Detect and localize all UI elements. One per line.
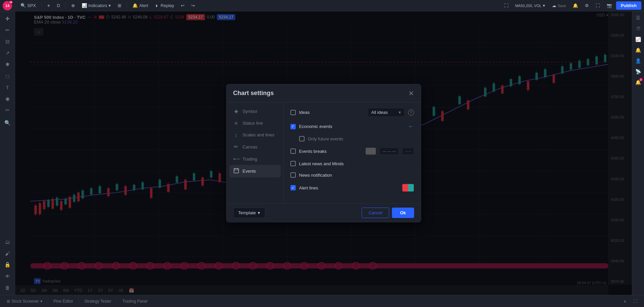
clock-icon[interactable]: ⏱ [633,24,643,34]
top-toolbar: 14 14 🔍 SPX + D ⊕ 📊 Indicators ▾ ⊞ 🔔 Ale… [0,0,644,11]
brush-tool[interactable]: ✂ [1,105,13,116]
chart-icon[interactable]: 📈 [633,34,643,44]
strategy-tester-button[interactable]: Strategy Tester [82,298,114,305]
indicators-button[interactable]: 📊 Indicators ▾ [79,2,114,9]
layout-toggle-button[interactable]: ⛶ [593,2,603,9]
nav-status-line[interactable]: ≡ Status line [229,117,281,129]
publish-button[interactable]: Publish [616,1,641,10]
only-future-label: Only future events [308,136,414,141]
pine-editor-button[interactable]: Pine Editor [51,298,76,305]
template-button[interactable]: Template ▾ [233,208,266,218]
economic-events-checkbox[interactable] [290,124,296,129]
lock-icon[interactable]: 🔒 [1,259,13,270]
nav-scales-lines[interactable]: ↕ Scales and lines [229,129,281,141]
chart-area[interactable]: S&P 500 Index · 1D · TVC — ≡ O 5242.48 H… [15,11,632,295]
only-future-checkbox[interactable] [299,136,305,141]
undo-icon: ↩ [181,3,185,8]
layouts-button[interactable]: ⊞ [115,2,124,9]
pencil-tool[interactable]: ✏ [1,25,13,36]
news-notification-row: News notification [290,172,414,178]
chevron-down-icon: ▾ [109,3,111,8]
eye-icon[interactable]: 👁 [1,271,13,281]
redo-icon: ↪ [191,3,195,8]
plus-icon: + [47,3,50,9]
alert-button[interactable]: 🔔 Alert [130,2,151,9]
replay-button[interactable]: ⏵ Replay [152,2,177,9]
trendline-tool[interactable]: ↗ [1,48,13,58]
crosshair-tool[interactable]: ✛ [1,13,13,24]
text-tool[interactable]: T [1,82,13,93]
avatar[interactable]: 14 14 [3,1,12,10]
watchlist-panel-icon[interactable]: ☰ [633,13,643,23]
help-icon[interactable]: ? [408,109,414,116]
close-button[interactable]: ✕ [408,90,414,97]
news-notification-checkbox[interactable] [290,172,296,178]
chevron-down-icon: ▾ [258,210,260,215]
alerts-icon[interactable]: 🔔 3 [633,77,643,87]
expand-button[interactable]: ∧ [621,298,629,305]
alert-lines-checkbox[interactable] [290,185,296,190]
latest-news-label: Latest news and Minds [299,161,414,166]
broadcast-icon[interactable]: 📡 [633,67,643,77]
bell-icon[interactable]: 🔔 [633,45,643,55]
left-toolbar: ✛ ✏ ⊟ ↗ ✱ □ T ◉ ✂ 🔍 🗂 🖌 🔒 👁 🗑 [0,11,15,295]
save-button[interactable]: ☁ Save [549,2,569,9]
indicators-icon: 📊 [82,3,87,8]
zoom-tool[interactable]: 🔍 [1,118,13,128]
watchlist-icon[interactable]: 🗂 [1,236,13,247]
status-nav-icon: ≡ [233,120,239,126]
events-breaks-color[interactable] [365,147,376,155]
stock-screener-button[interactable]: ⊞ Stock Screener ▾ [4,298,45,305]
footer-actions: Cancel Ok [362,208,414,218]
broadcast-svg: 📡 [635,69,641,74]
circle-tool[interactable]: ◉ [1,93,13,104]
undo-button[interactable]: ↩ [178,2,187,9]
person-icon[interactable]: 👤 [633,56,643,66]
ok-button[interactable]: Ok [392,208,414,218]
add-chart-button[interactable]: + [44,1,53,10]
layout-icon: ⛶ [596,3,600,8]
screenshot-button[interactable]: 📷 [604,2,615,9]
nav-symbol[interactable]: ◈ Symbol [229,105,281,117]
chart-settings-dialog: Chart settings ✕ ◈ Symbol ≡ Status line [226,84,421,222]
cancel-button[interactable]: Cancel [362,208,389,218]
events-breaks-checkbox[interactable] [290,148,296,154]
fullscreen-button[interactable]: ⛶ [501,2,511,9]
dialog-footer: Template ▾ Cancel Ok [227,203,421,222]
paint-icon[interactable]: 🖌 [1,248,13,259]
trash-icon[interactable]: 🗑 [1,282,13,293]
symbol-nav-icon: ◈ [233,108,239,114]
nav-canvas[interactable]: ✏ Canvas [229,141,281,153]
ideas-checkbox[interactable] [290,110,296,115]
events-breaks-dash-style[interactable]: - - - [402,147,414,155]
scales-nav-icon: ↕ [233,132,239,138]
timeframe-button[interactable]: D [54,2,63,9]
gann-tool[interactable]: ✱ [1,59,13,70]
economic-events-row: Economic events ← [290,123,414,130]
indicator-display-button[interactable]: MA50,200, VOL ▾ [513,2,548,9]
settings-button[interactable]: ⚙ [582,2,592,9]
lines-tool[interactable]: ⊟ [1,36,13,47]
modal-overlay: Chart settings ✕ ◈ Symbol ≡ Status line [15,11,632,295]
fullscreen-bottom-button[interactable]: ⛶ [631,298,640,305]
settings-content: Ideas All ideas ▾ ? Economic events [284,102,421,203]
nav-events[interactable]: Events [229,165,281,177]
notification-button[interactable]: 🔔 [570,2,581,9]
shape-tool[interactable]: □ [1,71,13,81]
search-button[interactable]: 🔍 SPX [18,2,39,9]
ideas-dropdown[interactable]: All ideas ▾ [368,108,405,117]
events-breaks-line-style[interactable]: — — — [379,147,399,155]
alert-lines-color[interactable] [402,184,414,192]
settings-nav: ◈ Symbol ≡ Status line ↕ Scales and line… [227,102,284,203]
dialog-header: Chart settings ✕ [227,84,421,102]
trading-panel-button[interactable]: Trading Panel [120,298,150,305]
arrow-hint: ← [408,123,414,130]
redo-button[interactable]: ↪ [189,2,198,9]
chevron-down-icon: ▾ [40,299,42,304]
compare-button[interactable]: ⊕ [69,2,78,9]
latest-news-checkbox[interactable] [290,161,296,166]
nav-trading[interactable]: ⟵ Trading [229,153,281,165]
canvas-nav-icon: ✏ [233,144,239,150]
chevron-down-icon: ▾ [543,3,545,8]
alert-icon: 🔔 [132,3,138,8]
